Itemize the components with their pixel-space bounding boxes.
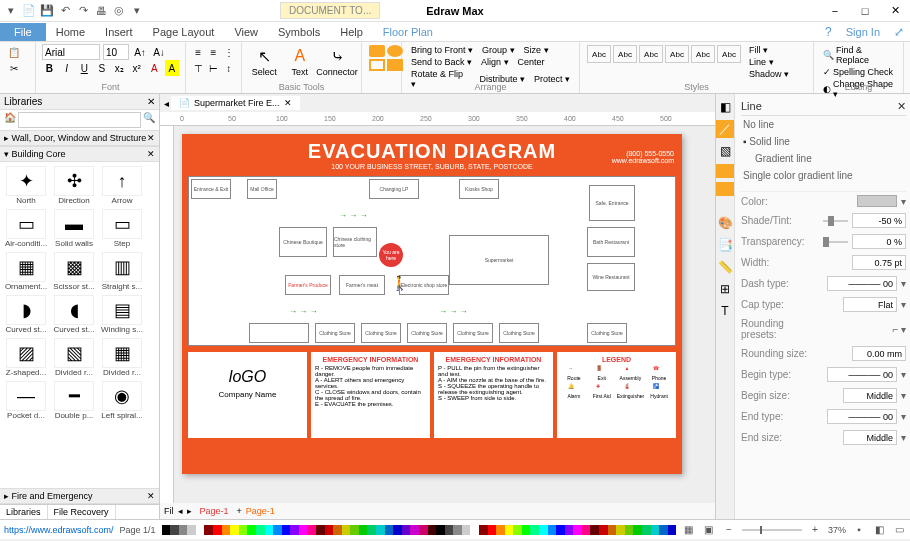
begin-type-input[interactable] [827, 367, 897, 382]
shape-item[interactable]: ◉Left spiral... [98, 381, 146, 420]
close-props-icon[interactable]: ✕ [897, 100, 906, 113]
single-gradient-option[interactable]: Single color gradient line [741, 167, 906, 184]
menu-floor-plan[interactable]: Floor Plan [373, 23, 443, 41]
tabs-home-icon[interactable]: ◂ [164, 98, 169, 109]
file-menu[interactable]: File [0, 23, 46, 41]
zoom-in-icon[interactable]: + [808, 524, 822, 535]
menu-insert[interactable]: Insert [95, 23, 143, 41]
redo-icon[interactable]: ↷ [76, 4, 90, 18]
shape-rect[interactable] [369, 45, 385, 57]
gradient-line-option[interactable]: Gradient line [741, 150, 906, 167]
end-type-input[interactable] [827, 409, 897, 424]
shape-item[interactable]: ↑Arrow [98, 166, 146, 205]
shape-item[interactable]: ━Double p... [50, 381, 98, 420]
page-dup[interactable]: Page-1 [246, 506, 275, 516]
italic-button[interactable]: I [60, 60, 75, 76]
select-tool[interactable]: ↖Select [248, 44, 281, 79]
shape-item[interactable]: ▥Straight s... [98, 252, 146, 291]
layers-icon[interactable]: 📑 [716, 236, 734, 254]
help-icon[interactable]: ? [819, 22, 838, 42]
menu-symbols[interactable]: Symbols [268, 23, 330, 41]
sup-button[interactable]: x² [130, 60, 145, 76]
style-5[interactable]: Abc [691, 45, 715, 63]
shape-item[interactable]: ◗Curved st... [2, 295, 50, 334]
font-size-select[interactable] [103, 44, 129, 60]
shape-line[interactable] [369, 59, 385, 71]
artboard[interactable]: EVACUATION DIAGRAM 100 YOUR BUSINESS STR… [182, 134, 682, 474]
align-left-icon[interactable]: ≡ [192, 44, 204, 60]
clipboard-icon[interactable]: 📋 [6, 44, 22, 60]
search-icon[interactable]: 🔍 [143, 112, 155, 128]
shape-item[interactable]: ▦Divided r... [98, 338, 146, 377]
floor-plan[interactable]: Entrance & Exit Mall Office Changing LP … [188, 176, 676, 346]
palette-icon[interactable]: 🎨 [716, 214, 734, 232]
bring-front-button[interactable]: Bring to Front ▾ [408, 44, 476, 56]
mode-icon-3[interactable]: ▭ [892, 524, 906, 535]
add-page-icon[interactable]: + [237, 506, 242, 516]
mode-icon-2[interactable]: ◧ [872, 524, 886, 535]
lib-section-building[interactable]: ▾ Building Core✕ [0, 146, 159, 162]
shape-item[interactable]: ▤Winding s... [98, 295, 146, 334]
shape-item[interactable]: ◖Curved st... [50, 295, 98, 334]
menu-help[interactable]: Help [330, 23, 373, 41]
shape-item[interactable]: ✣Direction [50, 166, 98, 205]
line-panel-icon[interactable]: ／ [716, 120, 734, 138]
shape-item[interactable]: ▭Air-conditi... [2, 209, 50, 248]
shape-item[interactable]: —Pocket d... [2, 381, 50, 420]
minimize-button[interactable]: − [820, 0, 850, 22]
align-button[interactable]: Align ▾ [478, 56, 512, 68]
bold-button[interactable]: B [42, 60, 57, 76]
transp-input[interactable] [852, 234, 906, 249]
expand-icon[interactable]: ⤢ [888, 22, 910, 42]
shape-item[interactable]: ▬Solid walls [50, 209, 98, 248]
doc-tab[interactable]: 📄 Supermarket Fire E... ✕ [171, 96, 300, 110]
shape-cross[interactable] [387, 59, 403, 71]
undo-icon[interactable]: ↶ [58, 4, 72, 18]
shape-ellipse[interactable] [387, 45, 403, 57]
dec-font-icon[interactable]: A↓ [151, 44, 167, 60]
shade-input[interactable] [852, 213, 906, 228]
status-link[interactable]: https://www.edrawsoft.com/ [4, 525, 114, 535]
center-button[interactable]: Center [515, 56, 548, 68]
shape-item[interactable]: ▨Z-shaped... [2, 338, 50, 377]
text-tool[interactable]: AText [284, 44, 317, 79]
style-6[interactable]: Abc [717, 45, 741, 63]
begin-size-input[interactable] [843, 388, 897, 403]
font-color-button[interactable]: A [147, 60, 162, 76]
lib-section-fire[interactable]: ▸ Fire and Emergency✕ [0, 488, 159, 504]
bullet-icon[interactable]: ⋮ [223, 44, 235, 60]
next-page-icon[interactable]: ▸ [187, 506, 192, 516]
mode-icon-1[interactable]: ▪ [852, 524, 866, 535]
swatch-2[interactable] [716, 182, 734, 196]
close-button[interactable]: ✕ [880, 0, 910, 22]
swatch-1[interactable] [716, 164, 734, 178]
connector-tool[interactable]: ⤷Connector [319, 44, 355, 79]
group-button[interactable]: Group ▾ [479, 44, 518, 56]
new-icon[interactable]: ▾ [4, 4, 18, 18]
shadow-button[interactable]: Shadow ▾ [746, 68, 792, 80]
library-search-input[interactable] [18, 112, 141, 128]
fill-panel-icon[interactable]: ◧ [716, 98, 734, 116]
transp-slider[interactable] [823, 241, 848, 243]
tab-file-recovery[interactable]: File Recovery [48, 505, 116, 519]
lib-section-wall[interactable]: ▸ Wall, Door, Window and Structure✕ [0, 130, 159, 146]
shade-slider[interactable] [823, 220, 848, 222]
paste-icon[interactable]: ✂ [6, 60, 22, 76]
save-icon[interactable]: 💾 [40, 4, 54, 18]
send-back-button[interactable]: Send to Back ▾ [408, 56, 475, 68]
zoom-out-icon[interactable]: − [722, 524, 736, 535]
shape-item[interactable]: ▩Scissor st... [50, 252, 98, 291]
strike-button[interactable]: S [95, 60, 110, 76]
dims-icon[interactable]: 📏 [716, 258, 734, 276]
page-tab[interactable]: Page-1 [196, 505, 233, 517]
menu-view[interactable]: View [224, 23, 268, 41]
end-size-input[interactable] [843, 430, 897, 445]
more-icon[interactable]: ▾ [130, 4, 144, 18]
style-3[interactable]: Abc [639, 45, 663, 63]
maximize-button[interactable]: □ [850, 0, 880, 22]
font-name-select[interactable] [42, 44, 100, 60]
tab-libraries[interactable]: Libraries [0, 505, 48, 519]
style-4[interactable]: Abc [665, 45, 689, 63]
spell-button[interactable]: ✓ Spelling Check [820, 66, 897, 78]
zoom-slider[interactable] [742, 529, 802, 531]
